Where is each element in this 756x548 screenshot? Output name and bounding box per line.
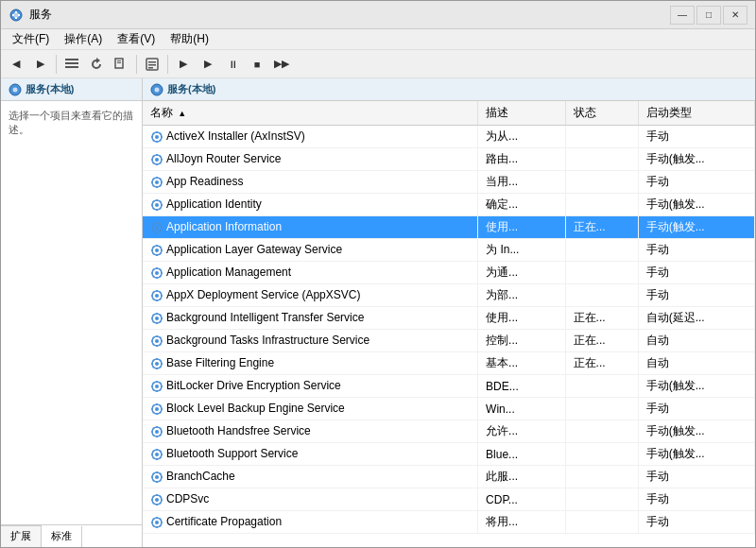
table-row[interactable]: App Readiness当用...手动 xyxy=(143,171,755,194)
service-name: Application Layer Gateway Service xyxy=(143,239,478,262)
col-header-name[interactable]: 名称 ▲ xyxy=(143,101,478,126)
svg-point-111 xyxy=(155,339,159,343)
table-row[interactable]: AllJoyn Router Service路由...手动(触发... xyxy=(143,148,755,171)
svg-rect-112 xyxy=(156,335,158,337)
service-table[interactable]: 名称 ▲ 描述 状态 启动类型 xyxy=(143,101,755,547)
service-name: Certificate Propagation xyxy=(143,511,478,534)
tab-standard[interactable]: 标准 xyxy=(42,526,82,547)
start-service2-button[interactable]: ▶ xyxy=(197,53,219,76)
main-window: 服务 — □ ✕ 文件(F) 操作(A) 查看(V) 帮助(H) ◀ ▶ xyxy=(0,0,756,548)
svg-rect-63 xyxy=(156,231,158,233)
service-list: ActiveX Installer (AxInstSV)为从...手动AllJo… xyxy=(143,126,755,534)
service-gear-icon xyxy=(150,265,166,279)
svg-point-181 xyxy=(155,498,159,502)
col-header-startup[interactable]: 启动类型 xyxy=(638,101,754,126)
col-header-desc[interactable]: 描述 xyxy=(478,101,566,126)
table-row[interactable]: Certificate Propagation将用...手动 xyxy=(143,511,755,534)
tab-expand[interactable]: 扩展 xyxy=(1,525,42,547)
menu-view[interactable]: 查看(V) xyxy=(110,29,163,49)
service-startup: 手动 xyxy=(638,466,754,488)
stop-button[interactable]: ■ xyxy=(246,53,268,76)
svg-point-131 xyxy=(155,385,159,388)
menu-file[interactable]: 文件(F) xyxy=(5,29,57,49)
svg-rect-64 xyxy=(151,227,153,229)
table-row[interactable]: Application Identity确定...手动(触发... xyxy=(143,194,755,216)
service-name-text: Bluetooth Handsfree Service xyxy=(166,424,311,437)
service-gear-icon xyxy=(150,220,166,233)
menu-help[interactable]: 帮助(H) xyxy=(163,29,216,49)
svg-rect-164 xyxy=(151,454,153,455)
back-button[interactable]: ◀ xyxy=(5,53,27,76)
refresh-button[interactable] xyxy=(85,53,108,76)
refresh-icon xyxy=(89,57,104,72)
table-row[interactable]: Base Filtering Engine基本...正在...自动 xyxy=(143,352,755,375)
service-name-text: Application Layer Gateway Service xyxy=(166,243,342,256)
svg-rect-105 xyxy=(161,317,163,319)
service-desc: Win... xyxy=(478,398,566,420)
export-button[interactable] xyxy=(110,53,132,76)
service-startup: 自动(延迟... xyxy=(638,307,754,330)
svg-rect-2 xyxy=(15,11,17,13)
table-row[interactable]: Background Tasks Infrastructure Service控… xyxy=(143,330,755,352)
service-name: CDPSvc xyxy=(143,488,478,511)
table-row[interactable]: BranchCache此服...手动 xyxy=(143,466,755,488)
table-row[interactable]: Bluetooth Handsfree Service允许...手动(触发... xyxy=(143,420,755,443)
maximize-button[interactable]: □ xyxy=(696,6,721,25)
svg-rect-44 xyxy=(151,181,153,183)
minimize-button[interactable]: — xyxy=(670,6,695,25)
service-desc: 此服... xyxy=(478,466,566,488)
close-button[interactable]: ✕ xyxy=(723,6,747,25)
restart-button[interactable]: ▶▶ xyxy=(270,53,293,76)
svg-rect-133 xyxy=(156,390,158,392)
menu-action[interactable]: 操作(A) xyxy=(57,29,110,49)
start-service-button[interactable]: ▶ xyxy=(172,53,195,76)
show-hide-button[interactable] xyxy=(60,53,83,76)
service-gear-icon xyxy=(150,197,166,211)
svg-rect-174 xyxy=(151,476,153,478)
service-desc: 允许... xyxy=(478,420,566,443)
service-startup: 手动(触发... xyxy=(638,216,754,239)
svg-point-17 xyxy=(13,87,18,92)
svg-rect-10 xyxy=(117,60,121,61)
service-name-text: Background Intelligent Transfer Service xyxy=(166,311,364,324)
svg-rect-23 xyxy=(156,141,158,143)
table-row[interactable]: Background Intelligent Transfer Service使… xyxy=(143,307,755,330)
table-row[interactable]: Block Level Backup Engine ServiceWin...手… xyxy=(143,398,755,420)
table-row[interactable]: Application Management为通...手动 xyxy=(143,262,755,284)
service-name-text: Certificate Propagation xyxy=(166,515,282,528)
service-desc: 为 In... xyxy=(478,239,566,262)
service-name-text: ActiveX Installer (AxInstSV) xyxy=(166,129,305,143)
service-name-text: Block Level Backup Engine Service xyxy=(166,402,345,415)
svg-point-151 xyxy=(155,430,159,434)
service-name: Bluetooth Handsfree Service xyxy=(143,420,478,443)
service-startup: 手动(触发... xyxy=(638,148,754,171)
svg-rect-54 xyxy=(151,204,153,206)
service-startup: 手动 xyxy=(638,488,754,511)
svg-rect-45 xyxy=(161,181,163,183)
table-row[interactable]: Application Layer Gateway Service为 In...… xyxy=(143,239,755,262)
svg-rect-3 xyxy=(15,17,17,19)
svg-rect-185 xyxy=(161,499,163,501)
service-startup: 手动 xyxy=(638,239,754,262)
forward-button[interactable]: ▶ xyxy=(29,53,52,76)
service-gear-icon xyxy=(150,356,166,369)
pause-button[interactable]: ⏸ xyxy=(221,53,244,76)
svg-rect-32 xyxy=(156,154,158,156)
table-row[interactable]: ActiveX Installer (AxInstSV)为从...手动 xyxy=(143,126,755,148)
col-header-status[interactable]: 状态 xyxy=(565,101,638,126)
svg-rect-163 xyxy=(156,458,158,460)
content-header-icon xyxy=(150,83,163,96)
svg-rect-52 xyxy=(156,199,158,201)
table-row[interactable]: Bluetooth Support ServiceBlue...手动(触发... xyxy=(143,443,755,466)
service-name-text: Application Identity xyxy=(166,197,262,211)
table-row[interactable]: Application Information使用...正在...手动(触发..… xyxy=(143,216,755,239)
svg-point-31 xyxy=(155,158,159,162)
toolbar-sep-3 xyxy=(167,55,168,74)
table-row[interactable]: AppX Deployment Service (AppXSVC)为部...手动 xyxy=(143,284,755,307)
svg-point-101 xyxy=(155,317,159,320)
table-row[interactable]: CDPSvcCDP...手动 xyxy=(143,488,755,511)
service-status xyxy=(565,420,638,443)
table-row[interactable]: BitLocker Drive Encryption ServiceBDE...… xyxy=(143,375,755,398)
properties-button[interactable] xyxy=(141,53,163,76)
service-startup: 手动 xyxy=(638,511,754,534)
